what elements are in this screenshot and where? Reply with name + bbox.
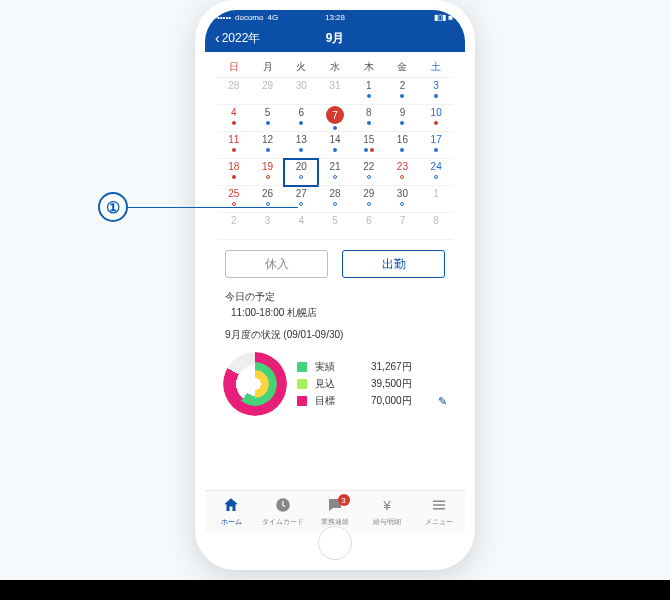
home-button-area — [205, 532, 465, 560]
calendar-dot-icon — [367, 121, 371, 125]
calendar-day[interactable]: 22 — [352, 159, 386, 186]
calendar-dow: 土 — [419, 57, 453, 78]
calendar-day[interactable]: 8 — [419, 213, 453, 240]
phone-frame: ••••• docomo 4G 13:28 ▮▯▮ ■ ‹ 2022年 9月 日… — [195, 0, 475, 570]
legend-row: 見込39,500円 — [297, 377, 447, 391]
calendar-day[interactable]: 20 — [284, 159, 318, 186]
calendar-day[interactable]: 4 — [217, 105, 251, 132]
calendar-day[interactable]: 12 — [251, 132, 285, 159]
back-label: 2022年 — [222, 30, 261, 47]
calendar-day[interactable]: 5 — [251, 105, 285, 132]
calendar-day[interactable]: 9 — [386, 105, 420, 132]
attend-button[interactable]: 出勤 — [342, 250, 445, 278]
tab-clock[interactable]: タイムカード — [257, 491, 309, 532]
back-button[interactable]: ‹ 2022年 — [215, 30, 260, 47]
tab-home[interactable]: ホーム — [205, 491, 257, 532]
calendar-day-number: 1 — [433, 188, 439, 200]
calendar-day[interactable]: 3 — [419, 78, 453, 105]
page-footer-bar — [0, 580, 670, 600]
calendar-day-number: 9 — [400, 107, 406, 119]
tab-label: 業務連絡 — [321, 517, 349, 527]
tab-yen[interactable]: ¥給与明細 — [361, 491, 413, 532]
legend-swatch — [297, 379, 307, 389]
calendar-day-number: 4 — [299, 215, 305, 227]
calendar-day-number: 18 — [228, 161, 239, 173]
calendar-day-number: 15 — [363, 134, 374, 146]
tab-menu[interactable]: メニュー — [413, 491, 465, 532]
calendar-day[interactable]: 8 — [352, 105, 386, 132]
calendar-day-number: 31 — [329, 80, 340, 92]
legend: 実績31,267円見込39,500円目標70,000円✎ — [297, 360, 447, 408]
calendar-day[interactable]: 2 — [386, 78, 420, 105]
legend-value: 31,267円 — [353, 360, 447, 374]
leave-button[interactable]: 休入 — [225, 250, 328, 278]
calendar-day-number: 8 — [366, 107, 372, 119]
calendar-day[interactable]: 30 — [284, 78, 318, 105]
calendar-dot-icon — [266, 148, 270, 152]
calendar-day[interactable]: 6 — [352, 213, 386, 240]
calendar-day[interactable]: 31 — [318, 78, 352, 105]
calendar-dot-icon — [400, 148, 404, 152]
tab-chat[interactable]: 業務連絡3 — [309, 491, 361, 532]
today-plan-section: 今日の予定 11:00-18:00 札幌店 — [205, 286, 465, 324]
calendar-day[interactable]: 29 — [251, 78, 285, 105]
chevron-left-icon: ‹ — [215, 30, 220, 46]
calendar-day[interactable]: 28 — [217, 78, 251, 105]
calendar-day-number: 5 — [332, 215, 338, 227]
calendar-day[interactable]: 29 — [352, 186, 386, 213]
calendar-day-number: 11 — [228, 134, 239, 146]
calendar-day[interactable]: 21 — [318, 159, 352, 186]
calendar-day-number: 16 — [397, 134, 408, 146]
calendar-dot-icon — [232, 148, 236, 152]
notification-badge: 3 — [338, 494, 350, 506]
calendar-day[interactable]: 7 — [318, 105, 352, 132]
calendar-dot-icon — [299, 202, 303, 206]
calendar-day-number: 29 — [262, 80, 273, 92]
calendar-day[interactable]: 23 — [386, 159, 420, 186]
legend-swatch — [297, 362, 307, 372]
calendar-day-number: 24 — [431, 161, 442, 173]
calendar-day-number: 6 — [366, 215, 372, 227]
signal-dots-icon: ••••• — [217, 13, 231, 22]
calendar-day[interactable]: 18 — [217, 159, 251, 186]
calendar-day[interactable]: 24 — [419, 159, 453, 186]
calendar-day-number: 6 — [299, 107, 305, 119]
calendar-day[interactable]: 17 — [419, 132, 453, 159]
calendar-day-number: 14 — [329, 134, 340, 146]
calendar-day-number: 28 — [228, 80, 239, 92]
legend-label: 目標 — [315, 394, 345, 408]
calendar-day[interactable]: 16 — [386, 132, 420, 159]
calendar-day[interactable]: 28 — [318, 186, 352, 213]
calendar-day[interactable]: 7 — [386, 213, 420, 240]
calendar-dot-icon — [400, 202, 404, 206]
calendar-day[interactable]: 1 — [419, 186, 453, 213]
calendar-dow: 日 — [217, 57, 251, 78]
calendar-day-number: 7 — [400, 215, 406, 227]
calendar-dot-icon — [434, 121, 438, 125]
calendar-dow: 金 — [386, 57, 420, 78]
calendar-day[interactable]: 10 — [419, 105, 453, 132]
calendar-day-number: 8 — [433, 215, 439, 227]
calendar-day[interactable]: 11 — [217, 132, 251, 159]
calendar-day-number: 17 — [431, 134, 442, 146]
calendar-day[interactable]: 13 — [284, 132, 318, 159]
calendar-day[interactable]: 1 — [352, 78, 386, 105]
month-status-title: 9月度の状況 (09/01-09/30) — [225, 328, 445, 342]
tab-label: タイムカード — [262, 517, 304, 527]
edit-icon[interactable]: ✎ — [438, 395, 447, 408]
calendar-day[interactable]: 15 — [352, 132, 386, 159]
calendar-day-number: 30 — [397, 188, 408, 200]
calendar-day-number: 3 — [433, 80, 439, 92]
calendar-dot-icon — [434, 175, 438, 179]
calendar-day[interactable]: 19 — [251, 159, 285, 186]
calendar-day[interactable]: 14 — [318, 132, 352, 159]
calendar-day[interactable]: 5 — [318, 213, 352, 240]
calendar-dot-icon — [400, 175, 404, 179]
tab-label: 給与明細 — [373, 517, 401, 527]
callout-annotation: ① — [98, 192, 298, 222]
calendar-day[interactable]: 6 — [284, 105, 318, 132]
today-plan-title: 今日の予定 — [225, 290, 445, 304]
status-bar: ••••• docomo 4G 13:28 ▮▯▮ ■ — [205, 10, 465, 24]
calendar-day[interactable]: 30 — [386, 186, 420, 213]
legend-label: 見込 — [315, 377, 345, 391]
